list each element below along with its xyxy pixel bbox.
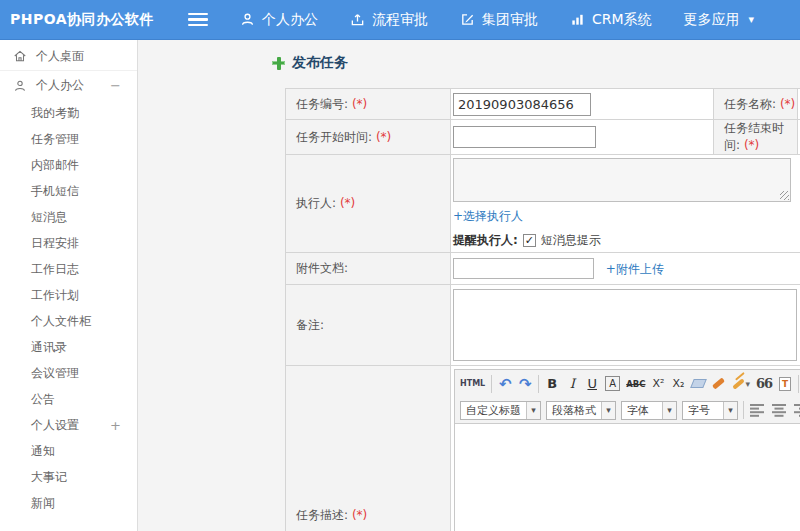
required-mark: (*) <box>340 196 355 210</box>
collapse-minus-icon[interactable]: − <box>110 78 121 93</box>
italic-button[interactable]: I <box>565 374 579 393</box>
start-time-label-cell: 任务开始时间: (*) <box>286 120 451 155</box>
caret-down-icon: ▾ <box>749 13 755 26</box>
task-no-label-cell: 任务编号: (*) <box>286 89 451 120</box>
sidebar-item-公告[interactable]: 公告 <box>0 386 137 412</box>
choose-executor-link[interactable]: +选择执行人 <box>453 209 523 223</box>
format-brush-icon[interactable] <box>712 374 726 393</box>
paste-as-text-icon[interactable]: T <box>778 374 792 393</box>
sidebar-item-label: 个人办公 <box>36 77 84 94</box>
html-source-button[interactable]: HTML <box>460 374 485 393</box>
sidebar-item-label: 会议管理 <box>31 365 79 382</box>
sidebar-item-个人桌面[interactable]: 个人桌面 <box>0 42 137 71</box>
expand-plus-icon[interactable]: + <box>110 418 121 433</box>
chevron-down-icon[interactable]: ▾ <box>526 402 540 419</box>
sidebar-item-会议管理[interactable]: 会议管理 <box>0 360 137 386</box>
topnav-item-label: 集团审批 <box>482 11 538 29</box>
blockquote-button[interactable]: 66 <box>756 374 772 393</box>
sidebar-item-通知[interactable]: 通知 <box>0 438 137 464</box>
align-center-icon[interactable] <box>771 401 788 419</box>
topnav-item-workflow-approval[interactable]: 流程审批 <box>350 11 428 29</box>
remark-label: 备注: <box>296 318 324 332</box>
app-window: PHPOA协同办公软件 个人办公流程审批集团审批CRM系统更多应用▾ 个人桌面个… <box>0 0 800 531</box>
sidebar-item-label: 工作日志 <box>31 261 79 278</box>
topnav-item-label: 更多应用 <box>684 11 740 29</box>
sidebar-item-大事记[interactable]: 大事记 <box>0 464 137 490</box>
executor-label-cell: 执行人: (*) <box>286 155 451 253</box>
subscript-button[interactable]: X₂ <box>672 374 686 393</box>
sidebar-item-label: 个人设置 <box>31 417 79 434</box>
sidebar-item-个人设置[interactable]: 个人设置+ <box>0 412 137 438</box>
required-mark: (*) <box>352 508 367 522</box>
paragraph-format-dropdown[interactable]: 段落格式 ▾ <box>546 401 616 420</box>
magic-wand-icon[interactable]: ▾ <box>732 374 751 393</box>
redo-button[interactable]: ↷ <box>518 374 532 393</box>
chevron-down-icon[interactable]: ▾ <box>723 402 737 419</box>
strikethrough-button[interactable]: ABC <box>626 374 645 393</box>
sidebar-item-label: 日程安排 <box>31 235 79 252</box>
menu-toggle-icon[interactable] <box>188 13 208 26</box>
editor-content-area[interactable] <box>455 423 800 531</box>
bar-chart-icon <box>570 12 585 27</box>
publish-task-form: 任务编号: (*) 任务名称: (*) 任务开始时间: (*) 任务结束时间: <box>285 88 800 531</box>
sidebar-item-label: 内部邮件 <box>31 157 79 174</box>
topnav-item-more-apps[interactable]: 更多应用▾ <box>684 11 755 29</box>
underline-button[interactable]: U <box>585 374 599 393</box>
sidebar-item-个人办公[interactable]: 个人办公− <box>0 71 137 100</box>
chevron-down-icon[interactable]: ▾ <box>601 402 615 419</box>
user-icon <box>240 12 255 27</box>
superscript-button[interactable]: X² <box>652 374 666 393</box>
attachment-cell: +附件上传 <box>451 253 800 285</box>
description-label-cell: 任务描述: (*) <box>286 366 451 531</box>
sidebar-item-label: 通知 <box>31 443 55 460</box>
sidebar-item-label: 个人桌面 <box>36 48 84 65</box>
attachment-label: 附件文档: <box>296 261 348 275</box>
start-time-input[interactable] <box>453 126 596 148</box>
font-style-button[interactable]: A <box>605 376 620 391</box>
remark-textarea[interactable] <box>453 289 797 361</box>
font-family-dropdown[interactable]: 字体 ▾ <box>621 401 677 420</box>
topnav-item-label: 流程审批 <box>372 11 428 29</box>
topnav-item-personal-office[interactable]: 个人办公 <box>240 11 318 29</box>
attachment-input[interactable] <box>453 258 594 279</box>
sidebar-item-内部邮件[interactable]: 内部邮件 <box>0 152 137 178</box>
topnav-item-label: CRM系统 <box>592 11 652 29</box>
sidebar-item-工作计划[interactable]: 工作计划 <box>0 282 137 308</box>
sidebar-item-日程安排[interactable]: 日程安排 <box>0 230 137 256</box>
chevron-down-icon[interactable]: ▾ <box>662 402 676 419</box>
page-title: 发布任务 <box>292 54 348 72</box>
sidebar-item-个人文件柜[interactable]: 个人文件柜 <box>0 308 137 334</box>
required-mark: (*) <box>352 97 367 111</box>
required-mark: (*) <box>376 130 391 144</box>
align-right-icon[interactable] <box>793 401 800 419</box>
sidebar-item-工作日志[interactable]: 工作日志 <box>0 256 137 282</box>
task-name-label: 任务名称: <box>724 97 776 111</box>
sidebar: 个人桌面个人办公−我的考勤任务管理内部邮件手机短信短消息日程安排工作日志工作计划… <box>0 40 138 531</box>
sidebar-item-手机短信[interactable]: 手机短信 <box>0 178 137 204</box>
eraser-icon[interactable] <box>692 374 706 393</box>
resize-grip-icon[interactable] <box>780 191 789 200</box>
font-size-dropdown[interactable]: 字号 ▾ <box>682 401 738 420</box>
topnav-item-group-approval[interactable]: 集团审批 <box>460 11 538 29</box>
sidebar-item-任务管理[interactable]: 任务管理 <box>0 126 137 152</box>
executor-textarea[interactable] <box>453 158 791 202</box>
user-icon-gray <box>13 79 27 93</box>
executor-cell: +选择执行人 提醒执行人: ✓ 短消息提示 <box>451 155 800 253</box>
page-header: 发布任务 <box>272 54 348 72</box>
sidebar-item-label: 短消息 <box>31 209 67 226</box>
topnav-item-crm-system[interactable]: CRM系统 <box>570 11 652 29</box>
sidebar-item-通讯录[interactable]: 通讯录 <box>0 334 137 360</box>
sms-remind-checkbox[interactable]: ✓ <box>523 234 536 247</box>
undo-button[interactable]: ↶ <box>498 374 512 393</box>
align-left-icon[interactable] <box>749 401 766 419</box>
sidebar-item-短消息[interactable]: 短消息 <box>0 204 137 230</box>
bold-button[interactable]: B <box>545 374 559 393</box>
task-no-input[interactable] <box>453 93 591 116</box>
export-icon <box>350 12 365 27</box>
sidebar-item-我的考勤[interactable]: 我的考勤 <box>0 100 137 126</box>
executor-label: 执行人: <box>296 196 336 210</box>
sidebar-item-label: 手机短信 <box>31 183 79 200</box>
sidebar-item-新闻[interactable]: 新闻 <box>0 490 137 516</box>
custom-heading-dropdown[interactable]: 自定义标题 ▾ <box>460 401 541 420</box>
attachment-upload-link[interactable]: +附件上传 <box>606 262 664 276</box>
